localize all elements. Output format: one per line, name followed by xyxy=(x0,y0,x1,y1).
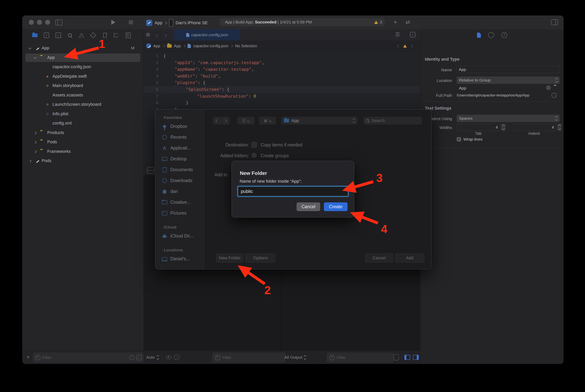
tree-row-appdelegate-swift[interactable]: AppDelegate.swift xyxy=(22,72,143,81)
dialog-cancel-button[interactable]: Cancel xyxy=(297,202,320,211)
breadcrumb-group[interactable]: App xyxy=(174,44,181,48)
sheet-new-folder-button[interactable]: New Folder xyxy=(216,254,243,262)
jump-bar[interactable]: App App capacitor.config.json No Selecti… xyxy=(144,40,420,52)
tree-row-capacitor-config-json[interactable]: capacitor.config.json xyxy=(22,63,143,71)
version-editor-icon[interactable]: ⇄ xyxy=(406,19,410,25)
disclosure-closed-icon[interactable] xyxy=(28,160,31,163)
disclosure-closed-icon[interactable] xyxy=(34,150,37,153)
copy-items-checkbox[interactable] xyxy=(251,142,257,148)
folder-name-field[interactable]: public xyxy=(238,186,348,196)
sheet-options-button[interactable]: Options xyxy=(245,254,275,262)
source-control-filter-icon[interactable]: +– xyxy=(136,355,142,360)
sidebar-item-dan[interactable]: dan xyxy=(162,189,178,194)
sidebar-item-creative-[interactable]: Creative... xyxy=(162,200,191,205)
sheet-add-button[interactable]: Add xyxy=(395,254,424,262)
tree-row-products[interactable]: Products xyxy=(22,128,143,137)
report-navigator-icon[interactable] xyxy=(125,32,131,38)
related-items-icon[interactable]: ⊞ xyxy=(146,32,150,38)
tree-row-config-xml[interactable]: config.xml xyxy=(22,119,143,128)
disclosure-closed-icon[interactable] xyxy=(34,131,37,134)
tree-row-main-storyboard[interactable]: Main.storyboard xyxy=(22,82,143,90)
wrap-lines-checkbox[interactable]: ✓ xyxy=(457,137,461,142)
file-inspector-tab[interactable] xyxy=(477,32,481,38)
tree-row-launchscreen-storyboard[interactable]: LaunchScreen.storyboard xyxy=(22,100,143,109)
tree-row-info-plist[interactable]: Info.plist xyxy=(22,110,143,118)
sidebar-item-icloud-dri-[interactable]: iCloud Dri... xyxy=(162,234,194,238)
code-line-2[interactable]: 2"appId": "com.capacitorjs.testapp", xyxy=(144,59,420,66)
location-dropdown[interactable]: Relative to Group xyxy=(457,76,560,84)
find-navigator-icon[interactable] xyxy=(67,32,73,38)
navigator-filter-field[interactable]: Filter +– xyxy=(33,353,144,362)
sidebar-item-daniel-s-[interactable]: Daniel's... xyxy=(162,256,190,262)
code-line-8[interactable]: 8} xyxy=(144,99,420,106)
test-navigator-icon[interactable]: – xyxy=(90,32,96,38)
sidebar-item-documents[interactable]: Documents xyxy=(162,167,193,172)
dialog-create-button[interactable]: Create xyxy=(324,202,348,211)
breadcrumb-project[interactable]: App xyxy=(153,44,160,48)
indent-width-field[interactable]: 4 xyxy=(513,124,556,131)
sidebar-item-downloads[interactable]: ↓Downloads xyxy=(162,178,192,183)
wrap-lines-row[interactable]: ✓ Wrap lines xyxy=(457,137,483,142)
code-line-6[interactable]: 6"SplashScreen": { xyxy=(144,86,420,93)
stop-button[interactable] xyxy=(129,20,133,24)
tree-row-assets-xcassets[interactable]: Assets.xcassets xyxy=(22,91,143,100)
reveal-path-icon[interactable]: → xyxy=(552,93,557,98)
symbol-navigator-icon[interactable]: ┬ xyxy=(55,32,61,38)
sheet-back-button[interactable] xyxy=(213,117,221,124)
editor-layout-icon[interactable] xyxy=(147,167,154,174)
variables-filter-field[interactable]: Filter xyxy=(212,353,286,362)
sidebar-item-desktop[interactable]: Desktop xyxy=(162,156,187,162)
next-issue-icon[interactable] xyxy=(410,44,413,48)
warning-badge[interactable]: 2 xyxy=(374,20,382,24)
project-navigator-icon[interactable] xyxy=(32,32,38,38)
quicklook-icon[interactable] xyxy=(166,356,172,359)
sheet-search-field[interactable]: Search xyxy=(363,117,422,124)
sheet-cancel-button[interactable]: Cancel xyxy=(365,254,393,262)
sidebar-item-applicati-[interactable]: AApplicati... xyxy=(162,146,191,151)
breadcrumb-selection[interactable]: No Selection xyxy=(235,44,257,48)
name-field[interactable]: App xyxy=(457,66,560,73)
console-filter-field[interactable]: Filter xyxy=(327,353,393,362)
sidebar-item-pictures[interactable]: Pictures xyxy=(162,210,186,216)
editor-tab[interactable]: capacitor.config.json xyxy=(174,29,240,40)
indent-using-dropdown[interactable]: Spaces xyxy=(457,115,560,122)
code-line-4[interactable]: 4"webDir": "build", xyxy=(144,73,420,80)
code-line-3[interactable]: 3"appName": "capacitor-testapp", xyxy=(144,66,420,73)
help-inspector-tab[interactable]: ? xyxy=(501,32,507,38)
sheet-forward-button[interactable] xyxy=(221,117,229,124)
activity-status-bar[interactable]: App | Build App: Succeeded | 1/4/21 at 5… xyxy=(220,18,385,26)
tab-width-field[interactable]: 4 xyxy=(457,124,500,131)
close-window-button[interactable] xyxy=(29,20,34,25)
minimize-window-button[interactable] xyxy=(37,20,42,25)
scheme-name[interactable]: App xyxy=(155,20,162,25)
run-destination[interactable]: Dan's iPhone SE xyxy=(176,20,208,25)
disclosure-closed-icon[interactable] xyxy=(34,141,37,144)
sidebar-item-dropbox[interactable]: Dropbox xyxy=(162,124,187,129)
breadcrumb-file[interactable]: capacitor.config.json xyxy=(193,44,228,48)
add-file-button[interactable]: + xyxy=(26,354,30,360)
tree-row-pods[interactable]: Pods xyxy=(22,157,143,165)
previous-issue-icon[interactable] xyxy=(397,44,400,48)
tree-row-frameworks[interactable]: Frameworks xyxy=(22,148,143,156)
tree-row-app[interactable]: App xyxy=(22,54,143,62)
list-view-dropdown[interactable]: ☰ xyxy=(237,117,254,124)
sidebar-item-recents[interactable]: Recents xyxy=(162,134,187,140)
code-line-5[interactable]: 5"plugins": { xyxy=(144,79,420,86)
scheme-project-icon[interactable] xyxy=(146,20,152,26)
recent-files-filter-icon[interactable] xyxy=(129,355,134,360)
show-console-icon[interactable] xyxy=(413,355,419,360)
tab-width-stepper[interactable] xyxy=(501,124,506,131)
source-control-navigator-icon[interactable]: × xyxy=(43,32,49,38)
run-button[interactable] xyxy=(111,20,115,25)
show-variables-view-icon[interactable] xyxy=(404,355,410,360)
library-add-icon[interactable]: + xyxy=(394,18,397,26)
toggle-inspector-icon[interactable] xyxy=(551,19,558,25)
go-back-icon[interactable] xyxy=(156,34,158,38)
clear-location-icon[interactable]: × xyxy=(546,86,551,90)
disclosure-open-icon[interactable] xyxy=(28,46,31,50)
create-groups-radio[interactable] xyxy=(251,153,257,158)
breakpoint-navigator-icon[interactable] xyxy=(114,32,119,38)
icon-view-dropdown[interactable]: ▦ xyxy=(259,117,276,124)
zoom-window-button[interactable] xyxy=(45,20,50,25)
current-folder-dropdown[interactable]: App xyxy=(281,117,358,124)
